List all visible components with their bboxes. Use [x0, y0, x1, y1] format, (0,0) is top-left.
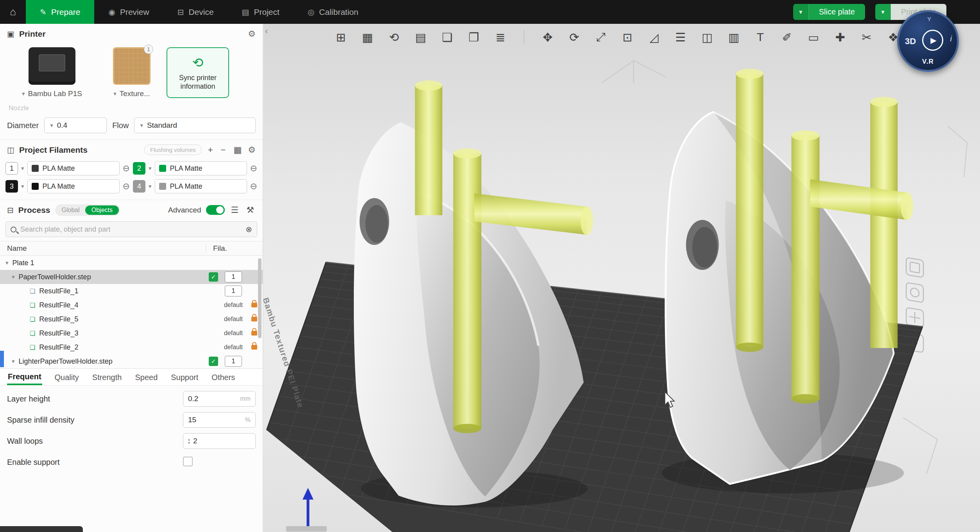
tab-prepare[interactable]: ✎ Prepare [26, 0, 94, 24]
3d-scene[interactable] [263, 24, 980, 532]
collapse-panel-button[interactable]: ‹ [265, 26, 268, 36]
diameter-select[interactable]: ▾ 0.4 [44, 118, 107, 133]
mirror-icon[interactable]: ◫ [699, 29, 716, 46]
enable-support-checkbox[interactable] [183, 457, 193, 466]
search-input[interactable] [20, 225, 242, 234]
plate-type-selector[interactable]: 1 ▾ Texture... [102, 47, 161, 98]
filament-slot-3[interactable]: 3 ▾ PLA Matte ⊖ [5, 179, 130, 193]
flushing-volumes-button[interactable]: Flushing volumes [144, 145, 202, 155]
global-objects-toggle[interactable]: Global Objects [55, 204, 120, 216]
navigation-orb[interactable]: Y 3D ▶ i V.R [897, 10, 959, 72]
clear-search-icon[interactable]: ⊗ [245, 225, 252, 234]
toggle-objects[interactable]: Objects [85, 205, 119, 215]
value-input[interactable] [193, 437, 251, 445]
flow-select[interactable]: ▾ Standard [134, 118, 256, 133]
tree-row-plate-1[interactable]: ▾Plate 1 [0, 256, 263, 270]
tab-calibration[interactable]: ◎ Calibration [294, 0, 373, 24]
checkbox-checked[interactable]: ✓ [209, 357, 218, 366]
home-button[interactable]: ⌂ [0, 0, 26, 24]
ams-sync-icon[interactable]: ▦ [232, 145, 243, 155]
select-icon[interactable]: ⊡ [619, 29, 636, 46]
add-plate-icon[interactable]: ⊞ [332, 29, 349, 46]
tab-quality[interactable]: Quality [54, 370, 80, 384]
scale-icon[interactable]: ⤢ [592, 29, 609, 46]
minus-circle-icon[interactable]: ⊖ [123, 163, 130, 173]
clone-icon[interactable]: ❏ [439, 29, 456, 46]
support-rod[interactable] [736, 74, 763, 347]
support-rod[interactable] [792, 136, 820, 400]
filament-assignment[interactable]: 1 [225, 271, 242, 282]
tree-row-lighterpapertowelholder[interactable]: ▾LighterPaperTowelHolder.step ✓ 1 [0, 354, 263, 368]
support-rod[interactable] [870, 102, 898, 348]
plate-settings-icon[interactable] [906, 282, 923, 303]
remove-filament-icon[interactable]: − [219, 145, 228, 155]
filament-slot-1[interactable]: 1 ▾ PLA Matte ⊖ [5, 161, 130, 175]
axis-y-label: Y [927, 16, 931, 22]
play-icon[interactable]: ▶ [922, 30, 943, 51]
tree-row-resultfile-2[interactable]: ❏ResultFile_2 default [0, 340, 263, 354]
slice-dropdown-button[interactable]: ▾ [793, 4, 809, 20]
wall-loops-stepper[interactable]: ▴▾ [183, 433, 256, 449]
layer-height-input[interactable]: mm [183, 391, 256, 407]
color-paint-icon[interactable]: ✐ [778, 29, 795, 46]
tab-frequent[interactable]: Frequent [7, 369, 42, 385]
plate-lock-icon[interactable] [906, 257, 923, 278]
split-objects-icon[interactable]: ▥ [725, 29, 742, 46]
slice-plate-button[interactable]: ▾ Slice plate [793, 4, 865, 20]
value-input[interactable] [188, 416, 242, 424]
text-icon[interactable]: T [752, 29, 769, 46]
print-dropdown-button[interactable]: ▾ [875, 4, 891, 20]
filament-settings-gear-icon[interactable]: ⚙ [248, 145, 256, 155]
list-view-icon[interactable]: ☰ [229, 205, 240, 215]
minus-circle-icon[interactable]: ⊖ [123, 181, 130, 191]
tab-speed[interactable]: Speed [134, 370, 158, 384]
tab-preview[interactable]: ◉ Preview [94, 0, 163, 24]
tree-row-resultfile-3[interactable]: ❏ResultFile_3 default [0, 326, 263, 340]
variable-layer-height-icon[interactable]: ☰ [672, 29, 689, 46]
rotate-icon[interactable]: ⟳ [566, 29, 583, 46]
seam-icon[interactable]: ✂ [858, 29, 875, 46]
object-table-header: Name Fila. [0, 241, 263, 256]
tree-row-resultfile-1[interactable]: ❏ResultFile_1 1 [0, 284, 263, 298]
minus-circle-icon[interactable]: ⊖ [250, 181, 257, 191]
toggle-global[interactable]: Global [56, 205, 85, 215]
layers-icon[interactable]: ≣ [492, 29, 509, 46]
tab-support[interactable]: Support [170, 370, 199, 384]
scrollbar[interactable] [258, 258, 262, 338]
stepper-arrows-icon[interactable]: ▴▾ [188, 437, 190, 445]
printer-settings-gear-icon[interactable]: ⚙ [248, 29, 256, 39]
printer-selector[interactable]: ▾ Bambu Lab P1S [7, 47, 97, 98]
arrange-icon[interactable]: ▦ [359, 29, 376, 46]
tab-device[interactable]: ⊟ Device [163, 0, 228, 24]
sync-printer-button[interactable]: ⟲ Sync printer information [167, 47, 229, 98]
support-paint-icon[interactable]: ✚ [831, 29, 849, 46]
tune-icon[interactable]: ⚒ [245, 205, 256, 215]
tree-row-resultfile-4[interactable]: ❏ResultFile_4 default [0, 298, 263, 312]
viewport-3d[interactable]: ‹ ⊞ ▦ ⟲ ▤ ❏ ❐ ≣ ✥ ⟳ ⤢ ⊡ ◿ ☰ ◫ ▥ T ✐ ▭ ✚ … [263, 24, 980, 532]
value-input[interactable] [188, 395, 237, 403]
checkbox-checked[interactable]: ✓ [209, 272, 218, 282]
paste-icon[interactable]: ❐ [465, 29, 482, 46]
info-icon[interactable]: i [950, 34, 952, 43]
search-box[interactable]: ⊗ [5, 221, 257, 237]
filament-slot-4[interactable]: 4 ▾ PLA Matte ⊖ [133, 179, 257, 193]
sparse-infill-input[interactable]: % [183, 412, 256, 428]
tab-others[interactable]: Others [211, 370, 236, 384]
advanced-toggle[interactable] [206, 205, 225, 215]
add-filament-icon[interactable]: + [206, 145, 215, 155]
filament-assignment[interactable]: 1 [225, 356, 242, 367]
minus-circle-icon[interactable]: ⊖ [250, 163, 257, 173]
filament-assignment[interactable]: 1 [225, 286, 242, 296]
tab-strength[interactable]: Strength [91, 370, 123, 384]
filament-slot-2[interactable]: 2 ▾ PLA Matte ⊖ [133, 161, 257, 175]
measure-icon[interactable]: ▭ [805, 29, 822, 46]
tree-row-papertowelholder[interactable]: ▾PaperTowelHolder.step ✓ 1 [0, 270, 263, 284]
lay-on-face-icon[interactable]: ◿ [645, 29, 663, 46]
fill-plate-icon[interactable]: ▤ [412, 29, 429, 46]
auto-orient-icon[interactable]: ⟲ [385, 29, 403, 46]
tree-row-resultfile-5[interactable]: ❏ResultFile_5 default [0, 312, 263, 326]
plate-tab[interactable] [286, 526, 327, 532]
support-rod[interactable] [415, 86, 443, 215]
tab-project[interactable]: ▤ Project [228, 0, 294, 24]
move-icon[interactable]: ✥ [539, 29, 556, 46]
